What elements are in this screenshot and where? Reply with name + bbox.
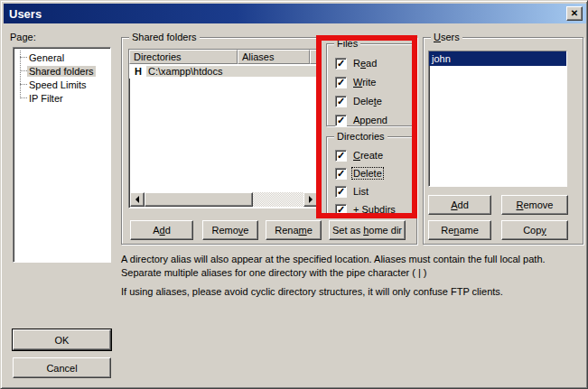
checkmark-icon: ✓ (337, 169, 345, 179)
scrollbar-track[interactable] (253, 192, 303, 207)
button-label: Set as home dir (332, 225, 402, 236)
add-folder-button[interactable]: Add (130, 220, 193, 240)
write-checkbox-box[interactable]: ✓ (335, 77, 347, 88)
checkmark-icon: ✓ (337, 97, 345, 107)
subdirs-checkbox-box[interactable]: ✓ (335, 204, 347, 216)
users-group-label: Users (431, 32, 462, 42)
button-label: Copy (523, 225, 546, 236)
page-item-label: IP Filter (27, 93, 65, 104)
directories-permissions-group: Directories ✓ Create ✓ Delete ✓ List ✓ +… (326, 136, 413, 215)
shared-folders-group-label: Shared folders (129, 32, 200, 42)
column-header-aliases[interactable]: Aliases (238, 50, 310, 64)
button-label: Remove (517, 199, 554, 210)
button-label: Add (451, 199, 469, 210)
column-header-filler (310, 50, 319, 64)
append-checkbox-box[interactable]: ✓ (335, 115, 347, 126)
create-dir-checkbox-label: Create (352, 150, 384, 161)
cancel-button[interactable]: Cancel (13, 357, 111, 378)
page-item-general[interactable]: General (14, 51, 110, 64)
checkmark-icon: ✓ (337, 187, 345, 197)
append-checkbox-label: Append (352, 115, 388, 125)
delete-file-checkbox-box[interactable]: ✓ (335, 96, 347, 107)
read-checkbox[interactable]: ✓ Read (335, 57, 378, 69)
remove-folder-button[interactable]: Remove (202, 220, 258, 240)
page-list: General Shared folders Speed Limits IP F… (13, 47, 111, 263)
subdirs-checkbox-label: + Subdirs (352, 204, 397, 215)
title-bar[interactable]: Users ✕ (4, 4, 586, 23)
read-checkbox-label: Read (352, 58, 378, 69)
create-dir-checkbox[interactable]: ✓ Create (335, 149, 384, 162)
page-item-label: Shared folders (27, 66, 96, 77)
button-label: Remove (212, 225, 249, 236)
button-label: OK (55, 335, 70, 346)
write-checkbox-label: Write (352, 77, 377, 88)
scroll-right-icon (309, 196, 316, 203)
column-header-label: Aliases (242, 51, 274, 62)
delete-file-checkbox[interactable]: ✓ Delete (335, 95, 383, 107)
button-label: Add (153, 225, 171, 236)
read-checkbox-box[interactable]: ✓ (335, 58, 347, 69)
checkmark-icon: ✓ (337, 205, 345, 215)
users-list: john (428, 51, 567, 187)
user-item-john[interactable]: john (429, 51, 566, 66)
scrollbar-thumb[interactable] (145, 192, 253, 207)
list-body: H C:\xampp\htdocs (129, 64, 319, 79)
window-title: Users (4, 7, 42, 21)
list-dir-checkbox-label: List (352, 186, 369, 197)
delete-dir-checkbox[interactable]: ✓ Delete (335, 167, 383, 180)
close-button[interactable]: ✕ (566, 6, 583, 21)
button-label: Cancel (46, 363, 77, 374)
home-flag: H (135, 66, 142, 77)
subdirs-checkbox[interactable]: ✓ + Subdirs (335, 203, 397, 216)
scroll-right-button[interactable] (303, 192, 318, 207)
remove-user-button[interactable]: Remove (501, 195, 568, 215)
list-dir-checkbox[interactable]: ✓ List (335, 185, 369, 198)
tree-connector (20, 70, 27, 71)
page-item-label: General (27, 52, 66, 63)
alias-info-text: A directory alias will also appear at th… (121, 253, 577, 280)
directory-row[interactable]: H C:\xampp\htdocs (129, 64, 319, 79)
checkmark-icon: ✓ (337, 78, 345, 88)
page-item-speed-limits[interactable]: Speed Limits (14, 78, 110, 91)
horizontal-scrollbar[interactable] (130, 192, 318, 207)
checkmark-icon: ✓ (337, 151, 345, 161)
rename-folder-button[interactable]: Rename (266, 220, 322, 240)
write-checkbox[interactable]: ✓ Write (335, 76, 377, 88)
close-icon: ✕ (571, 9, 578, 18)
delete-dir-checkbox-label: Delete (352, 168, 383, 179)
user-item-label: john (432, 53, 451, 64)
column-header-label: Directories (134, 51, 182, 62)
directories-group-label: Directories (334, 131, 387, 142)
page-item-label: Speed Limits (27, 79, 89, 90)
list-dir-checkbox-box[interactable]: ✓ (335, 186, 347, 198)
cyclic-warning-text: If using aliases, please avoid cyclic di… (121, 285, 583, 299)
page-item-ip-filter[interactable]: IP Filter (14, 91, 110, 105)
scroll-left-icon (132, 196, 139, 203)
ok-button[interactable]: OK (13, 329, 111, 350)
files-permissions-group: Files ✓ Read ✓ Write ✓ Delete ✓ Append (326, 43, 413, 126)
button-label: Rename (441, 225, 479, 236)
page-label: Page: (10, 32, 36, 42)
tree-connector (20, 84, 27, 85)
button-label: Rename (275, 225, 313, 236)
delete-dir-checkbox-box[interactable]: ✓ (335, 168, 347, 180)
tree-connector (20, 57, 27, 58)
checkmark-icon: ✓ (337, 116, 345, 125)
scroll-left-button[interactable] (130, 192, 145, 207)
column-header-directories[interactable]: Directories (129, 50, 238, 64)
list-header-row: Directories Aliases (129, 50, 319, 64)
files-group-label: Files (334, 38, 360, 49)
copy-user-button[interactable]: Copy (501, 220, 568, 240)
page-item-shared-folders[interactable]: Shared folders (14, 64, 110, 78)
append-checkbox[interactable]: ✓ Append (335, 114, 388, 126)
users-dialog: Users ✕ Page: General Shared folders Spe… (0, 0, 588, 389)
create-dir-checkbox-box[interactable]: ✓ (335, 150, 347, 162)
directory-path: C:\xampp\htdocs (146, 66, 319, 77)
delete-file-checkbox-label: Delete (352, 96, 383, 107)
rename-user-button[interactable]: Rename (428, 220, 491, 240)
set-home-dir-button[interactable]: Set as home dir (329, 220, 406, 240)
tree-connector (20, 97, 27, 98)
add-user-button[interactable]: Add (428, 195, 491, 215)
directories-list: Directories Aliases H C:\xampp\htdocs (128, 49, 320, 208)
checkmark-icon: ✓ (337, 59, 345, 69)
